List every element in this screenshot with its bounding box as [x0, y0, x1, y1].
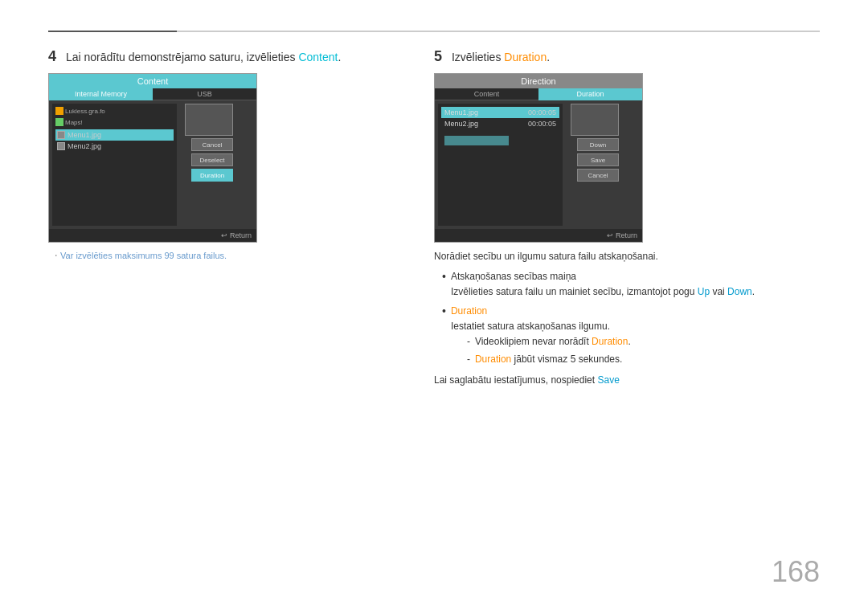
file-menu2-name: Menu2.jpg — [68, 142, 101, 150]
return-label-left: Return — [230, 231, 252, 239]
dir-file-row-menu2: Menu2.jpg 00:00:05 — [441, 118, 559, 129]
btn-save-screen[interactable]: Save — [577, 153, 619, 166]
step5-number: 5 — [434, 48, 442, 64]
left-column: 4 Lai norādītu demonstrējamo saturu, izv… — [48, 48, 418, 261]
content-right-panel: Cancel Deselect Duration — [177, 104, 233, 226]
step4-number: 4 — [48, 48, 56, 64]
content-tabs: Internal Memory USB — [49, 88, 256, 100]
duration-highlight-sub1: Duration — [592, 336, 628, 347]
folder-icon-green — [55, 118, 63, 126]
tab-internal-memory: Internal Memory — [49, 88, 153, 100]
content-left-panel: Lukless.gra.fo Maps! Menu1.jpg Menu2.jpg — [52, 104, 177, 226]
direction-right-panel: Down Save Cancel — [563, 104, 619, 226]
checkbox-menu2 — [57, 142, 65, 150]
folder-luk: Lukless.gra.fo — [55, 107, 174, 115]
direction-thumbnail — [571, 104, 619, 136]
note-bullet-symbol: ‧ — [55, 251, 60, 260]
direction-left-panel: Menu1.jpg 00:00:05 Menu2.jpg 00:00:05 — [438, 104, 563, 226]
duration-input-bar — [444, 136, 509, 145]
checkbox-menu1 — [57, 131, 65, 139]
dir-menu2-duration: 00:00:05 — [528, 120, 556, 128]
direction-screen-body: Menu1.jpg 00:00:05 Menu2.jpg 00:00:05 Do… — [435, 100, 642, 229]
sub-bullet-video: - Videoklipiem nevar norādīt Duration. — [451, 334, 631, 349]
right-body-text: Norādiet secību un ilgumu satura failu a… — [434, 249, 820, 389]
btn-deselect-screen[interactable]: Deselect — [191, 153, 233, 166]
up-highlight: Up — [698, 286, 710, 297]
save-highlight: Save — [597, 374, 619, 386]
page-number: 168 — [772, 555, 820, 589]
dir-file-row-menu1: Menu1.jpg 00:00:05 — [441, 107, 559, 118]
tab-content-dir: Content — [435, 88, 538, 100]
folder-icon-yellow — [55, 107, 63, 115]
step4-highlight: Content — [298, 51, 338, 63]
dir-menu1-name: Menu1.jpg — [444, 108, 478, 116]
duration-highlight-sub2: Duration — [475, 353, 511, 365]
folder-maps: Maps! — [55, 118, 174, 126]
bullet-dot-1: • — [442, 269, 446, 300]
step4-label: 4 Lai norādītu demonstrējamo saturu, izv… — [48, 48, 418, 65]
direction-tabs: Content Duration — [435, 88, 642, 100]
step4-instruction-text: Lai norādītu demonstrējamo saturu, izvēl… — [66, 51, 298, 63]
left-note: ‧ Var izvēlēties maksimums 99 satura fai… — [48, 251, 418, 261]
tab-usb: USB — [153, 88, 256, 100]
return-arrow-right: ↩ — [607, 231, 613, 239]
bullet-dot-2: • — [442, 304, 446, 370]
file-menu1-name: Menu1.jpg — [68, 131, 101, 139]
duration-sub: Iestatiet satura atskaņošanas ilgumu. — [451, 321, 610, 332]
direction-footer: ↩ Return — [435, 229, 642, 242]
bullet-sequence-content: Atskaņošanas secības maiņa Izvēlieties s… — [451, 269, 755, 300]
duration-highlight-main: Duration — [451, 305, 487, 317]
return-label-right: Return — [616, 231, 637, 239]
duration-input-area — [441, 134, 559, 147]
folder-luk-label: Lukless.gra.fo — [65, 108, 105, 115]
content-screenshot: Content Internal Memory USB Lukless.gra.… — [48, 73, 257, 243]
folder-section-1: Lukless.gra.fo — [55, 107, 174, 115]
file-row-menu2: Menu2.jpg — [55, 141, 174, 152]
tab-duration-dir: Duration — [538, 88, 642, 100]
sub-bullet-duration-text: Duration jābūt vismaz 5 sekundes. — [475, 352, 622, 367]
file-row-menu1: Menu1.jpg — [55, 129, 174, 141]
step5-highlight: Duration — [504, 51, 547, 63]
content-footer: ↩ Return — [49, 229, 256, 242]
folder-section-2: Maps! — [55, 118, 174, 126]
note-text-content: Var izvēlēties maksimums 99 satura failu… — [60, 251, 227, 260]
bullet-sequence: • Atskaņošanas secības maiņa Izvēlieties… — [434, 269, 820, 300]
right-column: 5 Izvēlieties Duration. Direction Conten… — [434, 48, 820, 394]
step5-label: 5 Izvēlieties Duration. — [434, 48, 820, 65]
top-line-accent — [48, 31, 177, 32]
direction-titlebar: Direction — [435, 74, 642, 88]
dir-menu2-name: Menu2.jpg — [444, 120, 478, 128]
btn-duration-screen[interactable]: Duration — [191, 169, 233, 182]
sub-dash-2: - — [467, 352, 470, 367]
sub-bullet-duration-min: - Duration jābūt vismaz 5 sekundes. — [451, 352, 631, 367]
save-line: Lai saglabātu iestatījumus, nospiediet S… — [434, 373, 820, 388]
content-titlebar: Content — [49, 74, 256, 88]
bullet-duration-content: Duration Iestatiet satura atskaņošanas i… — [451, 304, 631, 370]
direction-screenshot: Direction Content Duration Menu1.jpg 00:… — [434, 73, 643, 243]
down-highlight: Down — [727, 286, 752, 297]
step5-instruction-text: Izvēlieties — [452, 51, 504, 63]
btn-down-screen[interactable]: Down — [577, 138, 619, 151]
bullet-duration: • Duration Iestatiet satura atskaņošanas… — [434, 304, 820, 370]
btn-cancel-screen[interactable]: Cancel — [191, 138, 233, 151]
bullet1-sub: Izvēlieties satura failu un mainiet secī… — [451, 286, 755, 297]
return-arrow-left: ↩ — [221, 231, 227, 239]
btn-cancel-dir-screen[interactable]: Cancel — [577, 169, 619, 182]
bullet1-text: Atskaņošanas secības maiņa — [451, 271, 576, 282]
dir-menu1-duration: 00:00:05 — [528, 108, 556, 116]
sub-dash-1: - — [467, 334, 470, 349]
folder-maps-label: Maps! — [65, 119, 83, 126]
content-screen-body: Lukless.gra.fo Maps! Menu1.jpg Menu2.jpg — [49, 100, 256, 229]
sub-bullet-video-text: Videoklipiem nevar norādīt Duration. — [475, 334, 631, 349]
content-thumbnail — [185, 104, 233, 136]
body-line1: Norādiet secību un ilgumu satura failu a… — [434, 249, 820, 264]
